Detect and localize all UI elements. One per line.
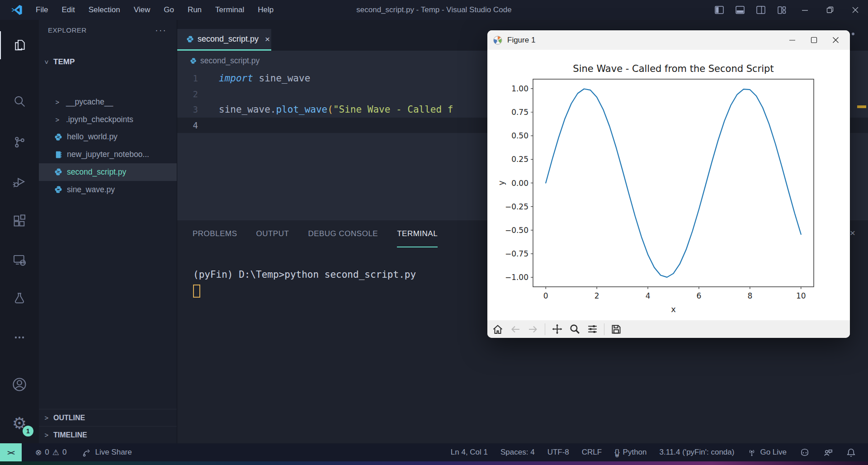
menu-edit[interactable]: Edit [55,0,81,20]
feedback-icon[interactable] [823,447,833,458]
language-mode-status[interactable]: {}⊗ Python [614,448,646,457]
toggle-primary-sidebar-icon[interactable] [709,0,730,20]
activity-more-icon[interactable] [0,323,39,351]
sidebar-item-sine-wave[interactable]: sine_wave.py [39,181,177,199]
activity-search-icon[interactable] [0,87,39,115]
explorer-title: EXPLORER [48,26,87,34]
sidebar-item-ipynb-checkpoints[interactable]: > .ipynb_checkpoints [39,111,177,128]
mpl-pan-icon[interactable] [551,323,563,335]
overview-ruler-modified-mark [857,105,866,108]
menu-file[interactable]: File [29,0,55,20]
remote-indicator[interactable]: >< [0,443,22,461]
menu-go[interactable]: Go [157,0,181,20]
mpl-save-icon[interactable] [610,323,622,335]
sidebar-item-pycache[interactable]: > __pycache__ [39,93,177,111]
tab-terminal[interactable]: TERMINAL [397,220,438,247]
encoding-status[interactable]: UTF-8 [547,448,569,457]
code-token-keyword: import [219,73,253,84]
figure-plot-svg[interactable]: Sine Wave - Called from the Second Scrip… [487,50,850,320]
code-token-string: "Sine Wave - Called f [333,104,453,115]
accounts-icon[interactable] [0,370,39,399]
warning-icon: ⚠ [52,448,59,457]
indentation-status[interactable]: Spaces: 4 [500,448,535,457]
menu-selection[interactable]: Selection [82,0,127,20]
svg-text:Sine Wave - Called from the Se: Sine Wave - Called from the Second Scrip… [573,63,774,74]
menu-run[interactable]: Run [181,0,208,20]
settings-gear-icon[interactable]: ⚙ 1 [0,409,39,437]
svg-text:8: 8 [747,291,752,300]
menu-help[interactable]: Help [251,0,280,20]
figure-window[interactable]: Figure 1 Sine Wave - Called from the Sec… [487,30,850,338]
toggle-secondary-sidebar-icon[interactable] [750,0,771,20]
outline-section[interactable]: > OUTLINE [39,409,177,426]
mpl-configure-subplots-icon[interactable] [586,323,598,335]
menu-terminal[interactable]: Terminal [208,0,251,20]
plot-canvas[interactable]: Sine Wave - Called from the Second Scrip… [487,50,850,320]
toggle-panel-icon[interactable] [730,0,750,20]
svg-text:1.00: 1.00 [511,84,528,93]
go-live-status[interactable]: Go Live [747,447,787,457]
copilot-status-icon[interactable] [799,447,810,458]
explorer-more-actions-icon[interactable]: ··· [155,25,167,35]
customize-layout-icon[interactable] [771,0,792,20]
svg-text:4: 4 [646,291,651,300]
python-file-icon [54,185,62,194]
explorer-sidebar: EXPLORER ··· > TEMP > __pycache__ > .ipy… [39,20,177,443]
menu-view[interactable]: View [127,0,157,20]
svg-text:2: 2 [594,291,599,300]
tab-problems[interactable]: PROBLEMS [193,220,237,247]
activity-source-control-icon[interactable] [0,128,39,156]
code-token: sine_wave [219,104,270,115]
notifications-bell-icon[interactable] [846,447,856,458]
vscode-window: File Edit Selection View Go Run Terminal… [0,0,868,465]
tab-second-script[interactable]: second_script.py × [177,29,271,51]
timeline-section[interactable]: > TIMELINE [39,426,177,443]
figure-title-bar[interactable]: Figure 1 [487,30,850,50]
live-share-status[interactable]: Live Share [82,447,132,457]
svg-text:0.50: 0.50 [511,131,528,140]
activity-remote-explorer-icon[interactable] [0,246,39,274]
mpl-zoom-icon[interactable] [569,323,580,335]
window-close-button[interactable] [843,0,868,20]
window-minimize-button[interactable] [792,0,817,20]
status-bar: >< ⊗ 0 ⚠ 0 Live Share Ln 4, Col 1 Spaces… [0,443,868,461]
overview-ruler-dot [852,33,854,35]
error-icon: ⊗ [35,448,42,457]
live-share-icon [82,447,92,457]
timeline-label: TIMELINE [53,431,87,439]
sidebar-item-new-jupyter-notebook[interactable]: new_jupyter_noteboo... [39,146,177,163]
activity-testing-icon[interactable] [0,285,39,313]
eol-status[interactable]: CRLF [582,448,602,457]
panel-close-icon[interactable]: × [850,228,855,238]
language-label: Python [623,448,647,457]
tab-label: second_script.py [198,34,259,44]
mpl-back-icon[interactable] [509,323,521,335]
file-label: second_script.py [67,167,126,177]
sidebar-item-hello-world[interactable]: hello_world.py [39,128,177,146]
chevron-right-icon: > [54,116,61,123]
problems-status[interactable]: ⊗ 0 ⚠ 0 [35,448,66,457]
line-number: 4 [177,118,212,133]
mpl-forward-icon[interactable] [527,323,539,335]
sidebar-item-second-script[interactable]: second_script.py [39,163,177,181]
activity-explorer-icon[interactable] [0,31,39,59]
figure-close-button[interactable] [825,30,846,50]
terminal-output-line[interactable]: (pyFin) D:\Temp>python second_script.py [193,269,416,280]
figure-maximize-button[interactable] [803,30,825,50]
tab-output[interactable]: OUTPUT [256,220,289,247]
svg-text:−0.50: −0.50 [505,226,528,235]
figure-minimize-button[interactable] [781,30,803,50]
tab-debug-console[interactable]: DEBUG CONSOLE [308,220,378,247]
activity-extensions-icon[interactable] [0,207,39,235]
folder-section-temp[interactable]: > TEMP [39,54,177,70]
tab-close-icon[interactable]: × [265,34,270,44]
mpl-home-icon[interactable] [492,323,504,335]
cursor-position-status[interactable]: Ln 4, Col 1 [451,448,488,457]
activity-run-debug-icon[interactable] [0,168,39,196]
menu-bar: File Edit Selection View Go Run Terminal… [29,0,280,20]
terminal-cursor [193,285,200,298]
python-interpreter-status[interactable]: 3.11.4 ('pyFin': conda) [660,448,735,457]
file-label: new_jupyter_noteboo... [67,150,149,159]
line-number: 1 [177,71,212,86]
window-restore-button[interactable] [817,0,843,20]
